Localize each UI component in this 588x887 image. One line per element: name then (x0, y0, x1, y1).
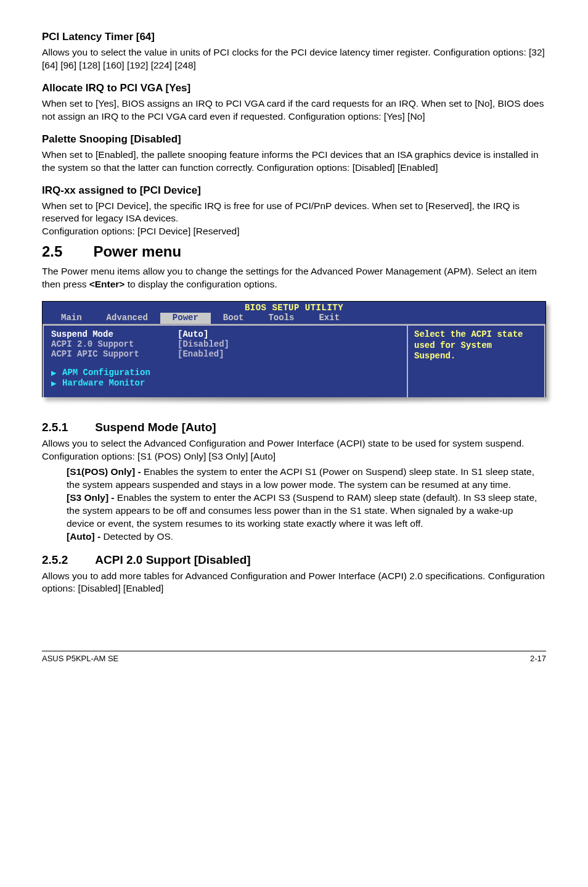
heading-allocate-irq: Allocate IRQ to PCI VGA [Yes] (42, 82, 546, 94)
bios-tab-tools[interactable]: Tools (256, 313, 306, 324)
para-palette-snooping: When set to [Enabled], the pallete snoop… (42, 149, 546, 175)
para-irq-xx-1: When set to [PCI Device], the specific I… (42, 200, 520, 224)
bios-link-apm-label: APM Configuration (62, 368, 150, 378)
bios-link-apm[interactable]: ▶ APM Configuration (51, 368, 399, 378)
para-2-5: The Power menu items allow you to change… (42, 265, 546, 291)
bios-screenshot: BIOS SETUP UTILITY Main Advanced Power B… (42, 301, 546, 405)
bios-tab-exit[interactable]: Exit (306, 313, 352, 324)
heading-2-5-1-title: Suspend Mode [Auto] (95, 421, 216, 434)
opt-auto-body: Detected by OS. (103, 531, 173, 542)
bios-row-apic-label: ACPI APIC Support (51, 349, 178, 359)
bios-row-apic[interactable]: ACPI APIC Support [Enabled] (51, 349, 399, 359)
para-2-5-b: to display the configuration options. (125, 279, 277, 289)
bios-tab-power[interactable]: Power (160, 313, 211, 324)
heading-2-5-2: 2.5.2 ACPI 2.0 Support [Disabled] (42, 553, 546, 567)
heading-2-5-1: 2.5.1 Suspend Mode [Auto] (42, 421, 546, 434)
heading-pci-latency: PCI Latency Timer [64] (42, 31, 546, 43)
para-irq-xx: When set to [PCI Device], the specific I… (42, 200, 546, 239)
heading-2-5: 2.5 Power menu (42, 243, 546, 260)
heading-2-5-2-num: 2.5.2 (42, 553, 68, 567)
bios-left-panel: Suspend Mode [Auto] ACPI 2.0 Support [Di… (43, 324, 407, 397)
para-2-5-1: Allows you to select the Advanced Config… (42, 437, 546, 463)
bios-link-hwmon-label: Hardware Monitor (62, 378, 145, 389)
bios-row-acpi20[interactable]: ACPI 2.0 Support [Disabled] (51, 339, 399, 349)
footer-page-number: 2-17 (530, 654, 546, 663)
page-footer: ASUS P5KPL-AM SE 2-17 (42, 651, 546, 663)
opt-s3-body: Enables the system to enter the ACPI S3 … (67, 492, 537, 529)
opt-s3-head: [S3 Only] - (67, 492, 117, 503)
bios-tabs: Main Advanced Power Boot Tools Exit (43, 313, 545, 324)
opt-s1-head: [S1(POS) Only] - (67, 466, 144, 477)
opt-auto-head: [Auto] - (67, 531, 103, 542)
heading-irq-xx: IRQ-xx assigned to [PCI Device] (42, 184, 546, 197)
bios-shadow (42, 396, 546, 405)
heading-2-5-2-title: ACPI 2.0 Support [Disabled] (95, 553, 250, 567)
bios-row-suspend[interactable]: Suspend Mode [Auto] (51, 329, 399, 339)
bios-link-hwmon[interactable]: ▶ Hardware Monitor (51, 378, 399, 389)
heading-2-5-title: Power menu (93, 243, 181, 260)
bios-row-suspend-label: Suspend Mode (51, 329, 178, 339)
triangle-right-icon: ▶ (51, 368, 62, 378)
para-2-5-2: Allows you to add more tables for Advanc… (42, 570, 546, 596)
bios-tab-boot[interactable]: Boot (211, 313, 256, 324)
para-2-5-key: <Enter> (89, 279, 125, 289)
bios-row-suspend-value: [Auto] (178, 329, 208, 339)
para-allocate-irq: When set to [Yes], BIOS assigns an IRQ t… (42, 97, 546, 123)
bios-title: BIOS SETUP UTILITY (43, 302, 545, 313)
heading-2-5-num: 2.5 (42, 243, 62, 260)
heading-palette-snooping: Palette Snooping [Disabled] (42, 133, 546, 146)
para-2-5-1-options: [S1(POS) Only] - Enables the system to e… (42, 466, 546, 543)
bios-tab-advanced[interactable]: Advanced (94, 313, 160, 324)
bios-row-apic-value: [Enabled] (178, 349, 224, 359)
footer-product: ASUS P5KPL-AM SE (42, 654, 118, 663)
triangle-right-icon: ▶ (51, 378, 62, 389)
bios-row-acpi20-label: ACPI 2.0 Support (51, 339, 178, 349)
bios-tab-main[interactable]: Main (49, 313, 94, 324)
heading-2-5-1-num: 2.5.1 (42, 421, 68, 434)
bios-help-panel: Select the ACPI state used for System Su… (407, 324, 545, 397)
para-pci-latency: Allows you to select the value in units … (42, 46, 546, 72)
bios-row-acpi20-value: [Disabled] (178, 339, 229, 349)
para-irq-xx-2: Configuration options: [PCI Device] [Res… (42, 226, 240, 236)
